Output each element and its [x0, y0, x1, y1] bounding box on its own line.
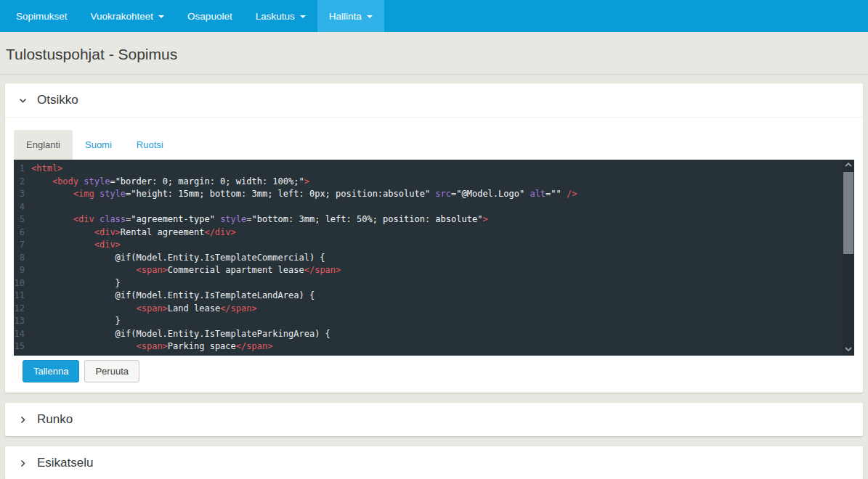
caret-down-icon	[367, 15, 373, 18]
code-line: 3 <img style="height: 15mm; bottom: 3mm;…	[14, 188, 854, 201]
panel-otsikko-body: EnglantiSuomiRuotsi 1<html>2 <body style…	[5, 117, 863, 393]
language-tabs: EnglantiSuomiRuotsi	[14, 130, 854, 160]
line-number: 8	[14, 252, 31, 265]
line-number: 6	[14, 226, 31, 239]
line-number: 4	[14, 201, 31, 214]
code-line: 10 }	[14, 277, 854, 290]
code-line: 15 <span>Parking space</span>	[14, 340, 854, 353]
code-editor[interactable]: 1<html>2 <body style="border: 0; margin:…	[14, 160, 854, 356]
code-line: 8 @if(Model.Entity.IsTemplateCommercial)…	[14, 252, 854, 265]
line-number: 13	[14, 315, 31, 328]
code-line: 4	[14, 201, 854, 214]
line-number: 12	[14, 303, 31, 316]
tab-suomi[interactable]: Suomi	[73, 130, 124, 160]
chevron-right-icon	[18, 415, 28, 425]
line-number: 11	[14, 290, 31, 303]
code-line: 1<html>	[14, 163, 854, 176]
line-number: 14	[14, 328, 31, 341]
code-line: 13 }	[14, 315, 854, 328]
chevron-right-icon	[18, 459, 28, 468]
navbar: SopimuksetVuokrakohteetOsapuoletLaskutus…	[0, 0, 868, 32]
action-buttons: Tallenna Peruuta	[23, 360, 845, 384]
panel-esikatselu-header[interactable]: Esikatselu	[5, 446, 863, 479]
code-line: 2 <body style="border: 0; margin: 0; wid…	[14, 176, 854, 189]
code-line: 9 <span>Commercial apartment lease</span…	[14, 264, 854, 277]
code-line: 6 <div>Rental agreement</div>	[14, 226, 854, 239]
nav-item-label: Sopimukset	[16, 11, 68, 22]
scrollbar-up-button[interactable]	[843, 160, 854, 171]
panel-runko-header[interactable]: Runko	[5, 403, 863, 436]
panel-otsikko-title: Otsikko	[37, 93, 78, 107]
nav-item-hallinta[interactable]: Hallinta	[317, 0, 384, 32]
caret-down-icon	[300, 15, 306, 18]
nav-item-sopimukset[interactable]: Sopimukset	[4, 0, 79, 32]
panel-esikatselu-title: Esikatselu	[37, 456, 93, 470]
scrollbar-down-button[interactable]	[843, 344, 854, 356]
code-line: 11 @if(Model.Entity.IsTemplateLandArea) …	[14, 290, 854, 303]
line-number: 2	[14, 176, 31, 189]
cancel-button[interactable]: Peruuta	[84, 360, 139, 382]
line-number: 9	[14, 264, 31, 277]
code-line: 7 <div>	[14, 239, 854, 252]
chevron-up-icon	[845, 160, 852, 172]
nav-item-osapuolet[interactable]: Osapuolet	[176, 0, 244, 32]
line-number: 10	[14, 277, 31, 290]
page-header: Tulostuspohjat - Sopimus	[0, 32, 868, 75]
navbar-items: SopimuksetVuokrakohteetOsapuoletLaskutus…	[4, 0, 384, 32]
line-number: 3	[14, 188, 31, 201]
chevron-down-icon	[845, 343, 852, 356]
nav-item-label: Vuokrakohteet	[91, 11, 154, 22]
nav-item-vuokrakohteet[interactable]: Vuokrakohteet	[79, 0, 177, 32]
tab-englanti[interactable]: Englanti	[14, 130, 73, 160]
nav-item-label: Laskutus	[256, 11, 295, 22]
panel-runko-title: Runko	[37, 412, 73, 427]
code-lines: 1<html>2 <body style="border: 0; margin:…	[14, 160, 854, 353]
caret-down-icon	[158, 15, 164, 18]
save-button[interactable]: Tallenna	[23, 360, 79, 382]
nav-item-label: Osapuolet	[187, 11, 232, 22]
nav-item-laskutus[interactable]: Laskutus	[244, 0, 317, 32]
scrollbar-thumb[interactable]	[843, 172, 853, 254]
panel-esikatselu: Esikatselu	[5, 446, 863, 479]
nav-item-label: Hallinta	[329, 11, 362, 22]
line-number: 7	[14, 239, 31, 252]
line-number: 1	[14, 163, 31, 176]
panel-runko: Runko	[5, 403, 863, 436]
panel-otsikko-header[interactable]: Otsikko	[5, 83, 863, 117]
page-title: Tulostuspohjat - Sopimus	[6, 46, 177, 62]
code-line: 14 @if(Model.Entity.IsTemplateParkingAre…	[14, 328, 854, 341]
code-line: 5 <div class="agreement-type" style="bot…	[14, 213, 854, 226]
editor-scrollbar[interactable]	[843, 160, 854, 356]
code-line: 12 <span>Land lease</span>	[14, 303, 854, 316]
line-number: 15	[14, 340, 31, 353]
chevron-down-icon	[18, 96, 28, 105]
line-number: 5	[14, 213, 31, 226]
tab-ruotsi[interactable]: Ruotsi	[124, 130, 176, 160]
panel-otsikko: Otsikko EnglantiSuomiRuotsi 1<html>2 <bo…	[5, 83, 863, 393]
